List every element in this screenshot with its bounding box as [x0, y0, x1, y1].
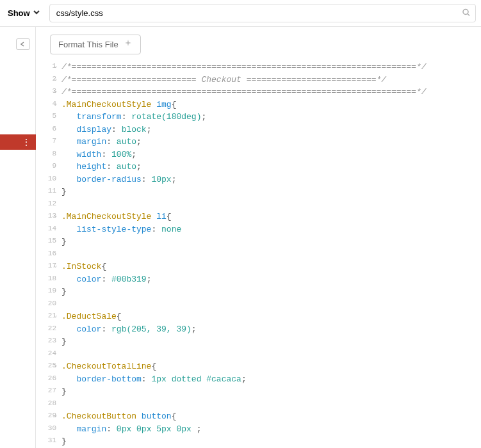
top-bar: Show — [0, 0, 481, 27]
format-file-button[interactable]: Format This File — [50, 35, 141, 54]
more-dots-icon: ⋮ — [22, 137, 29, 147]
search-input[interactable] — [49, 4, 476, 22]
show-dropdown[interactable]: Show — [5, 6, 43, 20]
code-editor[interactable]: 1⌄2⌄3⌄4⌄5678910111213⌄14151617⌄18192021⌄… — [36, 61, 481, 448]
main: ⋮ Format This File 1⌄2⌄3⌄4⌄5678910111213… — [0, 27, 481, 448]
show-label: Show — [8, 8, 30, 18]
sparkle-icon — [124, 39, 133, 50]
chevron-down-icon — [33, 8, 40, 18]
left-sidebar: ⋮ — [0, 27, 36, 448]
active-file-indicator[interactable]: ⋮ — [0, 134, 36, 150]
svg-line-1 — [468, 13, 469, 15]
search-icon[interactable] — [462, 8, 471, 19]
line-gutter: 1⌄2⌄3⌄4⌄5678910111213⌄14151617⌄18192021⌄… — [36, 61, 61, 448]
editor-pane: Format This File 1⌄2⌄3⌄4⌄5678910111213⌄1… — [36, 27, 481, 448]
format-label: Format This File — [58, 40, 118, 49]
svg-point-0 — [463, 9, 468, 14]
collapse-button[interactable] — [16, 38, 30, 50]
search-box — [49, 4, 476, 22]
code-content[interactable]: /*======================================… — [61, 61, 481, 448]
